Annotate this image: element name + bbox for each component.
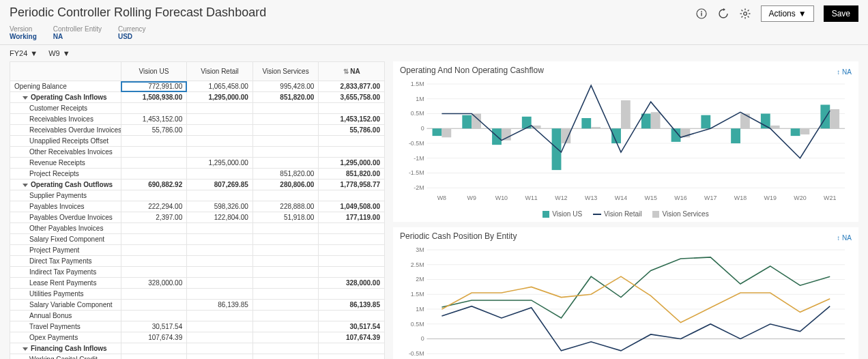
cell[interactable] — [319, 190, 385, 201]
cell[interactable] — [187, 103, 253, 114]
table-row[interactable]: Payables Invoices222,294.00598,326.00228… — [10, 201, 385, 212]
cell[interactable] — [121, 245, 187, 256]
cell[interactable]: 772,991.00 — [121, 81, 187, 92]
cell[interactable]: 1,049,508.00 — [319, 201, 385, 212]
cell[interactable] — [252, 190, 319, 201]
cell[interactable]: 1,508,938.00 — [121, 92, 187, 103]
expand-icon[interactable] — [23, 184, 28, 187]
cell[interactable] — [121, 234, 187, 245]
cell[interactable] — [121, 136, 187, 147]
chart2-link[interactable]: ↕ NA — [837, 234, 852, 242]
table-row[interactable]: Direct Tax Payments — [10, 256, 385, 267]
col-header[interactable]: Vision US — [121, 62, 187, 81]
cell[interactable] — [319, 136, 385, 147]
cell[interactable] — [187, 114, 253, 125]
cell[interactable]: 280,806.00 — [252, 180, 319, 190]
cell[interactable]: 2,833,877.00 — [319, 81, 385, 92]
cell[interactable] — [252, 267, 319, 278]
table-row[interactable]: Supplier Payments — [10, 190, 385, 201]
cell[interactable]: 30,517.54 — [319, 321, 385, 332]
cell[interactable] — [252, 158, 319, 169]
pov-currency[interactable]: CurrencyUSD — [118, 25, 146, 40]
cell[interactable] — [121, 147, 187, 158]
cell[interactable] — [252, 256, 319, 267]
table-row[interactable]: Customer Receipts — [10, 103, 385, 114]
cell[interactable] — [121, 267, 187, 278]
cell[interactable] — [121, 300, 187, 311]
cell[interactable]: 228,888.00 — [252, 201, 319, 212]
cell[interactable] — [187, 169, 253, 180]
cell[interactable] — [121, 223, 187, 234]
cell[interactable]: 1,453,152.00 — [121, 114, 187, 125]
cell[interactable]: 1,065,458.00 — [187, 81, 253, 92]
cell[interactable]: 851,820.00 — [252, 169, 319, 180]
cell[interactable]: 807,269.85 — [187, 180, 253, 190]
cell[interactable] — [319, 223, 385, 234]
info-icon[interactable] — [695, 8, 708, 20]
cell[interactable]: 122,804.00 — [187, 212, 253, 223]
cell[interactable]: 598,326.00 — [187, 201, 253, 212]
cell[interactable]: 30,517.54 — [121, 321, 187, 332]
table-row[interactable]: Annual Bonus — [10, 311, 385, 321]
cell[interactable] — [187, 311, 253, 321]
cell[interactable] — [121, 103, 187, 114]
table-row[interactable]: Operating Cash Inflows1,508,938.001,295,… — [10, 92, 385, 103]
cell[interactable] — [121, 169, 187, 180]
cell[interactable]: 1,295,000.00 — [187, 158, 253, 169]
cell[interactable] — [252, 289, 319, 300]
cell[interactable] — [121, 311, 187, 321]
cell[interactable] — [187, 125, 253, 136]
cell[interactable] — [252, 300, 319, 311]
cell[interactable] — [187, 223, 253, 234]
cell[interactable] — [121, 158, 187, 169]
col-header[interactable]: Vision Retail — [187, 62, 253, 81]
cell[interactable] — [252, 343, 319, 354]
cell[interactable]: 86,139.85 — [319, 300, 385, 311]
cell[interactable] — [187, 354, 253, 360]
pov-controller-entity[interactable]: Controller EntityNA — [53, 25, 102, 40]
cell[interactable] — [187, 190, 253, 201]
cell[interactable]: 690,882.92 — [121, 180, 187, 190]
table-row[interactable]: Working Capital Credit — [10, 354, 385, 360]
cell[interactable] — [319, 103, 385, 114]
cell[interactable]: 851,820.00 — [252, 92, 319, 103]
table-row[interactable]: Other Receivables Invoices — [10, 147, 385, 158]
cell[interactable]: 51,918.00 — [252, 212, 319, 223]
cell[interactable]: 1,453,152.00 — [319, 114, 385, 125]
cell[interactable] — [319, 245, 385, 256]
cell[interactable] — [252, 103, 319, 114]
table-row[interactable]: Project Payment — [10, 245, 385, 256]
table-row[interactable]: Receivables Overdue Invoices55,786.0055,… — [10, 125, 385, 136]
cell[interactable] — [121, 354, 187, 360]
table-row[interactable]: Revenue Receipts1,295,000.001,295,000.00 — [10, 158, 385, 169]
cell[interactable] — [319, 256, 385, 267]
actions-button[interactable]: Actions▼ — [761, 5, 813, 22]
cell[interactable] — [187, 289, 253, 300]
cell[interactable] — [187, 147, 253, 158]
table-row[interactable]: Receivables Invoices1,453,152.001,453,15… — [10, 114, 385, 125]
cell[interactable] — [187, 278, 253, 289]
table-row[interactable]: Opening Balance772,991.001,065,458.00995… — [10, 81, 385, 92]
save-button[interactable]: Save — [824, 5, 858, 22]
cell[interactable]: 222,294.00 — [121, 201, 187, 212]
cell[interactable] — [319, 147, 385, 158]
cell[interactable] — [319, 311, 385, 321]
table-row[interactable]: Other Payables Invoices — [10, 223, 385, 234]
cell[interactable]: 86,139.85 — [187, 300, 253, 311]
table-row[interactable]: Lease Rent Payments328,000.00328,000.00 — [10, 278, 385, 289]
gear-icon[interactable] — [739, 8, 751, 20]
selector-1[interactable]: W9 ▼ — [48, 49, 70, 57]
selector-0[interactable]: FY24 ▼ — [10, 49, 38, 57]
cell[interactable] — [252, 114, 319, 125]
cell[interactable] — [121, 256, 187, 267]
cell[interactable]: 995,428.00 — [252, 81, 319, 92]
refresh-icon[interactable] — [717, 8, 729, 20]
cell[interactable] — [319, 289, 385, 300]
table-row[interactable]: Salary Variable Component86,139.8586,139… — [10, 300, 385, 311]
table-row[interactable]: Financing Cash Inflows — [10, 343, 385, 354]
cell[interactable] — [252, 245, 319, 256]
cell[interactable]: 1,778,958.77 — [319, 180, 385, 190]
cell[interactable] — [252, 311, 319, 321]
cell[interactable] — [187, 234, 253, 245]
cell[interactable]: 1,295,000.00 — [187, 92, 253, 103]
